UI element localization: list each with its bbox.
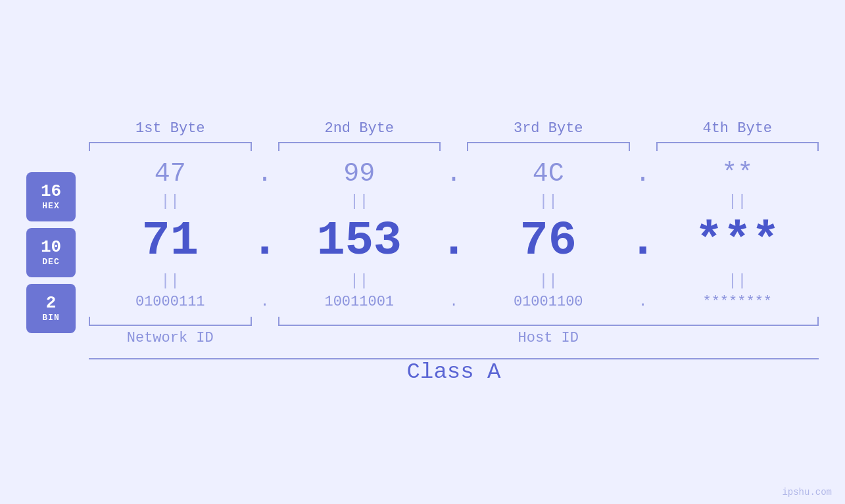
bracket-byte1 <box>89 142 252 152</box>
dec-val-1: 71 <box>89 214 252 268</box>
bin-val-2: 10011001 <box>278 294 441 310</box>
dot-1-bin: . <box>252 294 278 310</box>
dot-3-bin: . <box>630 294 656 310</box>
dec-badge: 10 DEC <box>26 228 76 277</box>
bottom-bracket-host-mid2 <box>467 315 630 326</box>
bottom-brackets <box>89 315 819 326</box>
dot-1-dec: . <box>252 214 278 268</box>
eq-row-2: || || || || <box>89 271 819 291</box>
badges-column: 16 HEX 10 DEC 2 BIN <box>26 152 76 353</box>
eq-1: || <box>89 193 252 210</box>
eq2-4: || <box>656 272 819 290</box>
eq2-2: || <box>278 272 441 290</box>
bin-badge-num: 2 <box>46 294 57 313</box>
bracket-byte3 <box>467 142 630 152</box>
bottom-bracket-host-mid3 <box>630 315 656 326</box>
byte-header-1: 1st Byte <box>89 120 252 137</box>
bottom-bracket-net <box>89 315 252 326</box>
dot-3-hex: . <box>630 159 656 189</box>
hex-val-1: 47 <box>89 159 252 189</box>
class-label: Class A <box>407 355 501 388</box>
network-id-label: Network ID <box>89 330 252 346</box>
eq-row-1: || || || || <box>89 191 819 212</box>
dec-values-row: 71 . 153 . 76 . *** <box>89 214 819 268</box>
main-container: 1st Byte 2nd Byte 3rd Byte 4th Byte <box>0 0 845 504</box>
bracket-byte2 <box>278 142 441 152</box>
dec-val-2: 153 <box>278 214 441 268</box>
dot-3-dec: . <box>630 214 656 268</box>
id-labels-row: Network ID Host ID <box>89 330 819 346</box>
hex-badge: 16 HEX <box>26 172 76 221</box>
hex-badge-num: 16 <box>41 182 61 201</box>
main-grid: 16 HEX 10 DEC 2 BIN 47 . 99 . 4C . ** <box>26 152 819 353</box>
bottom-bracket-host-end <box>656 315 819 326</box>
dot-2-dec: . <box>441 214 467 268</box>
hex-values-row: 47 . 99 . 4C . ** <box>89 159 819 189</box>
values-area: 47 . 99 . 4C . ** || || || || 71 <box>89 152 819 353</box>
bottom-bracket-host-start <box>278 315 441 326</box>
eq-2: || <box>278 193 441 210</box>
dec-badge-label: DEC <box>42 257 59 267</box>
eq2-1: || <box>89 272 252 290</box>
class-section: Class A <box>26 358 819 384</box>
hex-badge-label: HEX <box>42 201 59 211</box>
eq-3: || <box>467 193 630 210</box>
dec-val-4: *** <box>656 214 819 268</box>
bin-val-1: 01000111 <box>89 294 252 310</box>
eq-4: || <box>656 193 819 210</box>
bracket-byte4 <box>656 142 819 152</box>
bin-val-4: ******** <box>656 294 819 310</box>
byte-header-2: 2nd Byte <box>278 120 441 137</box>
host-id-label: Host ID <box>467 330 630 346</box>
byte-header-4: 4th Byte <box>656 120 819 137</box>
bottom-bracket-host-mid1 <box>441 315 467 326</box>
byte-headers-row: 1st Byte 2nd Byte 3rd Byte 4th Byte <box>26 120 819 137</box>
dot-2-hex: . <box>441 159 467 189</box>
hex-val-3: 4C <box>467 159 630 189</box>
eq2-3: || <box>467 272 630 290</box>
dec-val-3: 76 <box>467 214 630 268</box>
top-brackets <box>26 142 819 152</box>
watermark: ipshu.com <box>782 487 832 497</box>
bin-badge-label: BIN <box>42 313 59 323</box>
dot-2-bin: . <box>441 294 467 310</box>
bin-val-3: 01001100 <box>467 294 630 310</box>
byte-header-3: 3rd Byte <box>467 120 630 137</box>
class-label-row: Class A <box>89 359 819 384</box>
bin-values-row: 01000111 . 10011001 . 01001100 . *******… <box>89 294 819 310</box>
hex-val-2: 99 <box>278 159 441 189</box>
dec-badge-num: 10 <box>41 238 61 257</box>
bin-badge: 2 BIN <box>26 284 76 333</box>
dot-1-hex: . <box>252 159 278 189</box>
hex-val-4: ** <box>656 159 819 189</box>
